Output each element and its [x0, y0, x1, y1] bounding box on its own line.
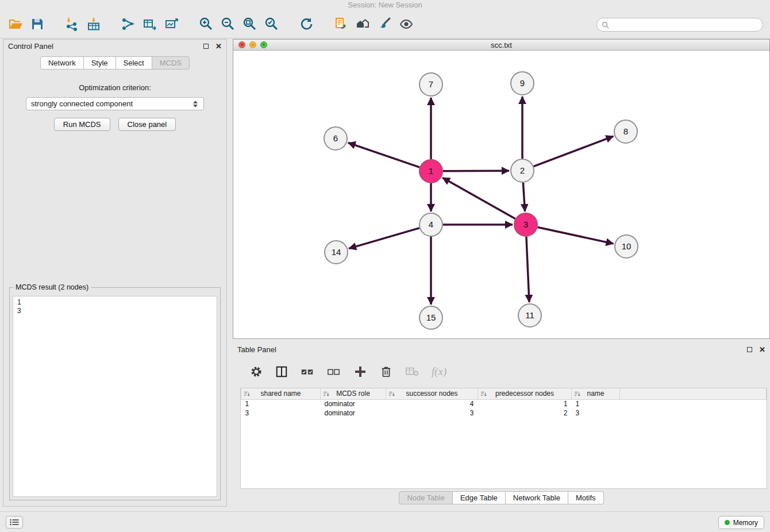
- copy-document-button[interactable]: [330, 13, 352, 35]
- tab-network[interactable]: Network: [40, 56, 84, 70]
- settings-gear-button[interactable]: [250, 365, 263, 378]
- tab-edge-table[interactable]: Edge Table: [453, 491, 506, 504]
- column-header-predecessor-nodes[interactable]: predecessor nodes: [478, 388, 572, 399]
- table-cell[interactable]: 3: [241, 408, 321, 418]
- table-cell[interactable]: dominator: [321, 408, 386, 418]
- delete-row-button[interactable]: [380, 365, 392, 378]
- table-cell[interactable]: 4: [386, 399, 478, 408]
- graph-node-15[interactable]: 15: [419, 306, 442, 329]
- graph-node-2[interactable]: 2: [511, 159, 534, 182]
- import-network-button[interactable]: [61, 13, 83, 35]
- network-canvas[interactable]: 7968124314101511: [233, 51, 769, 338]
- task-history-button[interactable]: [6, 516, 23, 529]
- graph-node-10[interactable]: 10: [615, 235, 638, 258]
- search-input[interactable]: [612, 21, 758, 29]
- table-row[interactable]: 1dominator411: [241, 399, 767, 408]
- function-button[interactable]: f(x): [432, 365, 446, 378]
- sort-icon[interactable]: [323, 391, 329, 399]
- float-window-icon[interactable]: [203, 44, 209, 49]
- mcds-buttons-row: Run MCDS Close panel: [3, 118, 226, 131]
- tab-mcds[interactable]: MCDS: [152, 56, 190, 70]
- table-cell[interactable]: 2: [478, 408, 572, 418]
- graph-edge-3-1[interactable]: [442, 178, 515, 218]
- zoom-out-button[interactable]: [217, 13, 239, 35]
- graph-edge-2-3[interactable]: [523, 183, 525, 211]
- close-icon[interactable]: ✕: [215, 44, 222, 49]
- node-table[interactable]: shared nameMCDS rolesuccessor nodesprede…: [241, 388, 767, 418]
- select-all-button[interactable]: [301, 365, 314, 378]
- graph-node-14[interactable]: 14: [325, 241, 348, 264]
- deselect-all-button[interactable]: [327, 365, 341, 378]
- graph-edge-4-14[interactable]: [349, 228, 419, 249]
- zoom-window-button[interactable]: +: [260, 41, 267, 48]
- network-table-button[interactable]: [139, 13, 161, 35]
- zoom-in-button[interactable]: [195, 13, 217, 35]
- column-header-name[interactable]: name: [572, 388, 620, 399]
- column-header-successor-nodes[interactable]: successor nodes: [386, 388, 478, 399]
- table-cell[interactable]: 1: [572, 399, 620, 408]
- home-button[interactable]: [352, 13, 374, 35]
- graph-node-6[interactable]: 6: [324, 127, 347, 150]
- list-icon: [10, 519, 19, 526]
- graph-node-4[interactable]: 4: [419, 213, 442, 236]
- table-cell[interactable]: 3: [572, 408, 620, 418]
- column-header-shared-name[interactable]: shared name: [241, 388, 321, 399]
- graph-node-7[interactable]: 7: [419, 73, 442, 96]
- close-icon[interactable]: ✕: [759, 347, 765, 353]
- graph-edge-3-11[interactable]: [526, 237, 529, 302]
- criterion-dropdown[interactable]: strongly connected component: [26, 97, 204, 110]
- import-table-button[interactable]: [83, 13, 105, 35]
- close-window-button[interactable]: ✕: [238, 41, 245, 48]
- save-session-button[interactable]: [26, 13, 48, 35]
- sort-icon[interactable]: [480, 391, 487, 399]
- minimize-window-button[interactable]: −: [249, 41, 256, 48]
- zoom-fit-button[interactable]: [239, 13, 261, 35]
- float-window-icon[interactable]: [747, 347, 752, 352]
- control-panel: Control Panel ✕ NetworkStyleSelectMCDS O…: [3, 39, 227, 507]
- graph-node-11[interactable]: 11: [518, 304, 541, 327]
- graph-edge-1-2[interactable]: [443, 171, 509, 171]
- sort-icon[interactable]: [574, 391, 580, 399]
- refresh-button[interactable]: [295, 13, 317, 35]
- table-row[interactable]: 3dominator323: [241, 408, 767, 418]
- open-file-button[interactable]: [5, 13, 26, 35]
- memory-button[interactable]: Memory: [718, 516, 764, 529]
- tab-network-table[interactable]: Network Table: [506, 491, 568, 504]
- table-cell[interactable]: dominator: [321, 399, 386, 408]
- dropdown-stepper-icon: [193, 101, 198, 107]
- graph-node-8[interactable]: 8: [614, 120, 637, 143]
- tab-motifs[interactable]: Motifs: [568, 491, 604, 504]
- search-box[interactable]: [596, 18, 763, 32]
- graph-node-1[interactable]: 1: [419, 160, 442, 183]
- delete-table-button[interactable]: [405, 366, 419, 377]
- eye-button[interactable]: [395, 13, 417, 35]
- graph-edge-1-6[interactable]: [348, 142, 419, 167]
- graph-edge-3-10[interactable]: [538, 227, 614, 244]
- close-panel-button[interactable]: Close panel: [118, 118, 176, 131]
- table-cell[interactable]: 3: [386, 408, 478, 418]
- share-network-button[interactable]: [117, 13, 139, 35]
- column-header-mcds-role[interactable]: MCDS role: [321, 388, 386, 399]
- sort-icon[interactable]: [388, 391, 395, 399]
- tab-select[interactable]: Select: [116, 56, 152, 70]
- graph-node-9[interactable]: 9: [511, 72, 534, 95]
- column-layout-button[interactable]: [275, 365, 288, 378]
- table-cell[interactable]: 1: [478, 399, 572, 408]
- settings-gear-icon: [250, 365, 263, 378]
- column-header-label: successor nodes: [406, 390, 457, 398]
- zoom-selected-button[interactable]: [261, 13, 283, 35]
- tab-node-table[interactable]: Node Table: [399, 491, 453, 504]
- graph-node-3[interactable]: 3: [514, 213, 537, 236]
- network-graph[interactable]: 7968124314101511: [233, 51, 769, 338]
- column-header-label: shared name: [260, 390, 301, 398]
- sort-icon[interactable]: [244, 391, 250, 399]
- eye-icon: [399, 17, 414, 32]
- graph-edge-2-8[interactable]: [534, 136, 614, 166]
- paint-button[interactable]: [374, 13, 395, 35]
- tab-style[interactable]: Style: [84, 56, 116, 70]
- mcds-result-list[interactable]: 13: [13, 296, 217, 497]
- table-cell[interactable]: 1: [241, 399, 321, 408]
- export-image-button[interactable]: [161, 13, 183, 35]
- add-row-button[interactable]: [353, 365, 367, 379]
- run-mcds-button[interactable]: Run MCDS: [54, 118, 110, 131]
